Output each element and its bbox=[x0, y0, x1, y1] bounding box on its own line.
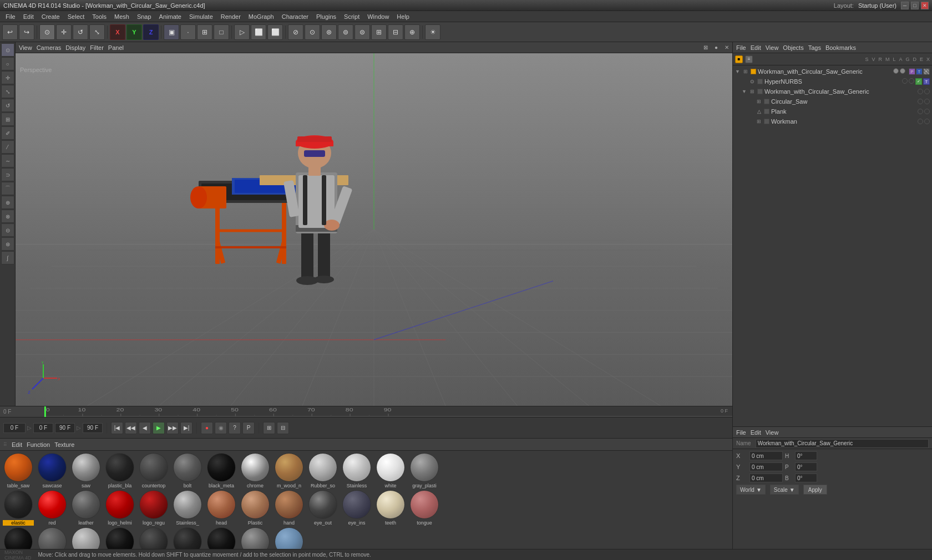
mat-menu-texture[interactable]: Texture bbox=[54, 441, 74, 448]
coord-mode-dropdown[interactable]: Scale ▼ bbox=[770, 485, 799, 495]
frame-input-2[interactable] bbox=[33, 423, 53, 433]
key-mode-button[interactable]: ? bbox=[229, 422, 241, 434]
render-dot-workman[interactable] bbox=[924, 119, 930, 124]
attr-menu-file[interactable]: File bbox=[736, 429, 746, 436]
render-region-button[interactable]: ⬜ bbox=[251, 24, 266, 40]
attr-h-input[interactable] bbox=[795, 451, 817, 460]
menu-mesh[interactable]: Mesh bbox=[111, 12, 133, 21]
select-live-button[interactable]: ⊙ bbox=[39, 24, 55, 40]
maximize-button[interactable]: □ bbox=[911, 2, 919, 9]
axis-y-button[interactable]: Y bbox=[126, 24, 142, 40]
timeline-ruler-area[interactable]: 0 10 20 30 40 50 60 70 bbox=[44, 406, 732, 417]
tree-item-sub[interactable]: ▼ ⊞ Workman_with_Circular_Saw_Generic bbox=[733, 86, 932, 96]
mat-item-m_wood_n[interactable]: m_wood_n bbox=[273, 453, 305, 488]
mat-item-elastic[interactable]: elastic bbox=[2, 490, 34, 526]
magnet-tool[interactable]: ⌒ bbox=[1, 182, 14, 195]
light-button[interactable]: ☀ bbox=[425, 24, 440, 40]
obj-menu-bookmarks[interactable]: Bookmarks bbox=[825, 44, 856, 51]
tool-btn-h[interactable]: ⊕ bbox=[404, 24, 420, 40]
edges-mode-button[interactable]: ⊞ bbox=[197, 24, 212, 40]
render-dot-sub[interactable] bbox=[924, 89, 930, 94]
menu-tools[interactable]: Tools bbox=[89, 12, 110, 21]
null-tool[interactable]: ⊞ bbox=[1, 113, 14, 126]
viewport-3d[interactable]: X Y Z Perspective bbox=[16, 53, 732, 406]
weld-tool[interactable]: ⊕ bbox=[1, 196, 14, 209]
mat-menu-edit[interactable]: Edit bbox=[12, 441, 22, 448]
tool-btn-e[interactable]: ⊜ bbox=[354, 24, 370, 40]
vis-dot-hn[interactable] bbox=[902, 78, 908, 84]
move-button[interactable]: ✛ bbox=[56, 24, 72, 40]
live-select-tool[interactable]: ○ bbox=[1, 57, 14, 70]
tool-btn-f[interactable]: ⊞ bbox=[371, 24, 387, 40]
go-end-button[interactable]: ▶| bbox=[180, 422, 193, 434]
viewport-menu-view[interactable]: View bbox=[19, 44, 32, 51]
mat-item-eye_out[interactable]: eye_out bbox=[307, 490, 339, 526]
select-object-tool[interactable]: ⊙ bbox=[1, 43, 14, 57]
tree-item-root[interactable]: ▼ ⊞ Workman_with_Circular_Saw_Generic P … bbox=[733, 67, 932, 77]
hn-tag2[interactable]: T bbox=[923, 78, 930, 85]
mat-item-Stainless_[interactable]: Stainless_ bbox=[171, 490, 204, 526]
obj-menu-edit[interactable]: Edit bbox=[751, 44, 761, 51]
viewport-close-icon[interactable]: ✕ bbox=[725, 44, 729, 50]
tool-btn-d[interactable]: ⊚ bbox=[338, 24, 353, 40]
motion-button[interactable]: P bbox=[242, 422, 255, 434]
prev-key-button[interactable]: ◀◀ bbox=[125, 422, 137, 434]
mat-item-sawcase[interactable]: sawcase bbox=[36, 453, 68, 488]
menu-script[interactable]: Script bbox=[341, 12, 363, 21]
tag-icon-3[interactable]: ✓ bbox=[923, 68, 930, 75]
vis-dot-workman[interactable] bbox=[918, 119, 923, 124]
hn-tag[interactable]: ✓ bbox=[915, 78, 922, 85]
mat-item-teeth[interactable]: teeth bbox=[374, 490, 407, 526]
obj-color-swatch[interactable]: ■ bbox=[735, 55, 743, 63]
attr-y-input[interactable] bbox=[749, 462, 783, 471]
tree-item-hypernurbs[interactable]: ⊙ HyperNURBS ✓ T bbox=[733, 77, 932, 86]
vis-dot-plank[interactable] bbox=[918, 109, 923, 114]
mat-item-red[interactable]: red bbox=[36, 490, 68, 526]
bridge-tool[interactable]: ∼ bbox=[1, 154, 14, 167]
tree-item-plank[interactable]: △ Plank bbox=[733, 106, 932, 116]
tool-btn-c[interactable]: ⊛ bbox=[321, 24, 337, 40]
attr-x-input[interactable] bbox=[749, 451, 783, 460]
menu-render[interactable]: Render bbox=[217, 12, 244, 21]
go-start-button[interactable]: |◀ bbox=[111, 422, 123, 434]
obj-menu-objects[interactable]: Objects bbox=[783, 44, 803, 51]
menu-file[interactable]: File bbox=[2, 12, 19, 21]
obj-filter-btn[interactable]: ≡ bbox=[745, 55, 753, 63]
menu-character[interactable]: Character bbox=[278, 12, 312, 21]
tag-icon-2[interactable]: T bbox=[916, 68, 923, 75]
record-button[interactable]: ● bbox=[201, 422, 213, 434]
menu-create[interactable]: Create bbox=[38, 12, 63, 21]
viewport-menu-panel[interactable]: Panel bbox=[108, 44, 124, 51]
render-dot-saw[interactable] bbox=[924, 99, 930, 104]
polygons-mode-button[interactable]: □ bbox=[214, 24, 229, 40]
mat-item-bolt[interactable]: bolt bbox=[171, 453, 204, 488]
scale-tool[interactable]: ⤡ bbox=[1, 85, 14, 98]
next-key-button[interactable]: ▶▶ bbox=[166, 422, 179, 434]
render-dot-plank[interactable] bbox=[924, 109, 930, 114]
play-rev-button[interactable]: ◀ bbox=[139, 422, 151, 434]
rotate-button[interactable]: ↺ bbox=[73, 24, 88, 40]
menu-window[interactable]: Window bbox=[364, 12, 392, 21]
mat-item-leather[interactable]: leather bbox=[70, 490, 102, 526]
points-mode-button[interactable]: · bbox=[180, 24, 196, 40]
render-view-button[interactable]: ▷ bbox=[234, 24, 250, 40]
tool-btn-g[interactable]: ⊟ bbox=[388, 24, 403, 40]
menu-mograph[interactable]: MoGraph bbox=[245, 12, 277, 21]
mat-item-table_saw[interactable]: table_saw bbox=[2, 453, 34, 488]
mat-item-black_meta[interactable]: black_meta bbox=[205, 453, 237, 488]
vertex-color-tool[interactable]: ⊛ bbox=[1, 237, 14, 251]
apply-button[interactable]: Apply bbox=[803, 485, 827, 495]
mat-item-Plastic[interactable]: Plastic bbox=[239, 490, 271, 526]
attr-b-input[interactable] bbox=[795, 474, 817, 482]
obj-menu-file[interactable]: File bbox=[736, 44, 746, 51]
attr-name-input[interactable] bbox=[756, 439, 929, 448]
move-tool[interactable]: ✛ bbox=[1, 71, 14, 84]
redo-button[interactable]: ↪ bbox=[19, 24, 34, 40]
coord-system-dropdown[interactable]: World ▼ bbox=[736, 485, 766, 495]
mat-item-logo_helmi[interactable]: logo_helmi bbox=[104, 490, 136, 526]
mat-item-saw[interactable]: saw bbox=[70, 453, 102, 488]
play-button[interactable]: ▶ bbox=[153, 422, 165, 434]
paint-tool[interactable]: ⊝ bbox=[1, 223, 14, 237]
polygon-pen-tool[interactable]: ✐ bbox=[1, 126, 14, 140]
tree-item-saw[interactable]: ⊞ Circular_Saw bbox=[733, 96, 932, 106]
